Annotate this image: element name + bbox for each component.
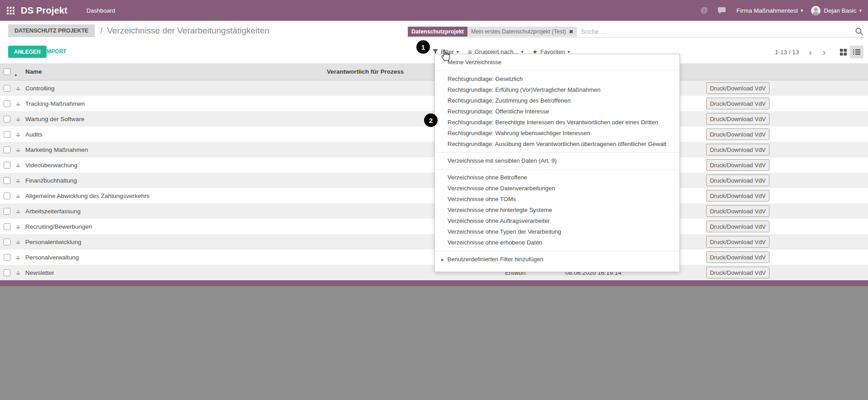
druck-download-button[interactable]: Druck/Download VdV [706, 128, 769, 140]
row-checkbox[interactable] [4, 254, 10, 261]
user-menu[interactable]: Dejan Basic [824, 7, 856, 14]
facet-remove-icon[interactable]: ✖ [569, 27, 573, 37]
drag-handle-icon[interactable] [14, 142, 24, 157]
filter-menu-item[interactable]: Verzeichnisse mit sensiblen Daten (Art. … [435, 155, 679, 166]
filter-menu-item[interactable]: Verzeichnisse ohne erhobene Daten [435, 237, 679, 248]
row-name[interactable]: Recruiting/Bewerbungen [24, 223, 326, 230]
chevron-down-icon[interactable]: ▾ [859, 8, 862, 14]
table-row[interactable]: Allgemeine Abwicklung des Zahlungsverkeh… [0, 188, 868, 203]
search-bar[interactable]: Datenschutzprojekt Mein erstes Datenschu… [408, 26, 864, 38]
mentions-icon[interactable]: @ [701, 6, 708, 14]
import-button[interactable]: IMPORT [45, 48, 66, 55]
row-name[interactable]: Personalverwaltung [24, 254, 326, 261]
drag-handle-icon[interactable] [14, 203, 24, 219]
list-view-icon[interactable] [850, 46, 863, 58]
filter-menu-item[interactable]: Verzeichnisse ohne hinterlegte Systeme [435, 205, 679, 216]
drag-handle-icon[interactable] [14, 173, 24, 188]
nav-dashboard[interactable]: Dashboard [86, 7, 115, 14]
drag-handle-icon[interactable] [14, 219, 24, 234]
filter-menu-item[interactable]: Rechtsgrundlage: Wahrung lebenswichtiger… [435, 128, 679, 139]
filter-menu-item[interactable]: Verzeichnisse ohne TOMs [435, 194, 679, 205]
drag-handle-icon[interactable] [14, 157, 24, 173]
row-name[interactable]: Finanzbuchhaltung [24, 177, 326, 184]
druck-download-button[interactable]: Druck/Download VdV [706, 236, 769, 248]
filter-menu-item[interactable]: Meine Verzeichnisse [435, 57, 679, 68]
row-name[interactable]: Audits [24, 131, 326, 138]
row-checkbox[interactable] [4, 100, 10, 107]
filter-menu-item[interactable]: Rechtsgrundlage: Erfüllung (Vor)Vertragl… [435, 85, 679, 95]
row-name[interactable]: Controlling [24, 85, 326, 92]
drag-handle-icon[interactable] [14, 188, 24, 203]
table-row[interactable]: Personalentwicklung Druck/Download VdV [0, 234, 868, 249]
filter-menu-item[interactable]: Rechtsgrundlage: Zustimmung des Betroffe… [435, 95, 679, 106]
table-row[interactable]: Tracking-Maßnahmen Druck/Download VdV [0, 96, 868, 111]
row-name[interactable]: Personalentwicklung [24, 239, 326, 245]
kanban-view-icon[interactable] [836, 46, 850, 58]
row-name[interactable]: Marketing Maßnahmen [24, 146, 326, 153]
row-checkbox[interactable] [4, 162, 10, 169]
filter-menu-item[interactable]: Rechtsgrundlage: Berechtigte Interessen … [435, 117, 679, 128]
row-name[interactable]: Videoüberwachung [24, 162, 326, 169]
drag-handle-icon[interactable] [14, 127, 24, 142]
druck-download-button[interactable]: Druck/Download VdV [706, 251, 769, 263]
row-checkbox[interactable] [4, 269, 10, 276]
row-name[interactable]: Tracking-Maßnahmen [24, 100, 326, 107]
row-checkbox[interactable] [4, 223, 10, 230]
druck-download-button[interactable]: Druck/Download VdV [706, 205, 769, 217]
druck-download-button[interactable]: Druck/Download VdV [706, 98, 769, 109]
drag-handle-icon[interactable] [14, 111, 24, 127]
select-all-checkbox[interactable] [4, 68, 10, 75]
filter-menu-item[interactable]: Verzeichnisse ohne Betroffene [435, 172, 679, 183]
row-checkbox[interactable] [4, 177, 10, 184]
filter-menu-item[interactable]: Rechtsgrundlage: Öffentliche Interesse [435, 106, 679, 117]
druck-download-button[interactable]: Druck/Download VdV [706, 267, 769, 278]
row-name[interactable]: Newsletter [24, 269, 326, 276]
row-checkbox[interactable] [4, 146, 10, 153]
druck-download-button[interactable]: Druck/Download VdV [706, 144, 769, 155]
druck-download-button[interactable]: Druck/Download VdV [706, 113, 769, 125]
row-name[interactable]: Allgemeine Abwicklung des Zahlungsverkeh… [24, 193, 326, 199]
drag-handle-icon[interactable] [14, 234, 24, 249]
filter-menu-item[interactable]: Rechtsgrundlage: Gesetzlich [435, 74, 679, 85]
druck-download-button[interactable]: Druck/Download VdV [706, 174, 769, 186]
table-row[interactable]: Marketing Maßnahmen Druck/Download VdV [0, 142, 868, 157]
drag-handle-icon[interactable] [14, 249, 24, 265]
chevron-down-icon[interactable]: ▾ [801, 8, 803, 14]
table-row[interactable]: Newsletter Entwurf 08.06.2020 16:19:14 D… [0, 265, 868, 280]
filter-menu-item[interactable]: Verzeichnisse ohne Auftragsverarbeiter [435, 216, 679, 226]
row-checkbox[interactable] [4, 239, 10, 245]
company-switcher[interactable]: Firma Maßnahmentest [736, 7, 798, 14]
table-row[interactable]: Controlling Druck/Download VdV [0, 80, 868, 96]
druck-download-button[interactable]: Druck/Download VdV [706, 159, 769, 171]
search-input[interactable]: Suche ... [581, 28, 855, 35]
table-row[interactable]: Recruiting/Bewerbungen Druck/Download Vd… [0, 219, 868, 234]
filter-menu-item[interactable]: Rechtsgrundlage: Ausübung dem Verantwort… [435, 139, 679, 150]
row-checkbox[interactable] [4, 116, 10, 122]
apps-grid-icon[interactable] [6, 6, 15, 15]
druck-download-button[interactable]: Druck/Download VdV [706, 82, 769, 94]
table-row[interactable]: Personalverwaltung Druck/Download VdV [0, 249, 868, 265]
breadcrumb-root[interactable]: DATENSCHUTZ PROJEKTE [8, 24, 95, 37]
row-name[interactable]: Arbeitszeiterfassung [24, 208, 326, 215]
druck-download-button[interactable]: Druck/Download VdV [706, 190, 769, 202]
row-checkbox[interactable] [4, 85, 10, 92]
table-row[interactable]: Videoüberwachung Druck/Download VdV [0, 157, 868, 173]
row-checkbox[interactable] [4, 208, 10, 215]
drag-handle-icon[interactable] [14, 96, 24, 111]
search-icon[interactable] [855, 27, 863, 36]
table-row[interactable]: Audits Druck/Download VdV [0, 127, 868, 142]
row-checkbox[interactable] [4, 131, 10, 138]
row-name[interactable]: Wartung der Software [24, 116, 326, 122]
drag-handle-icon[interactable] [14, 80, 24, 96]
druck-download-button[interactable]: Druck/Download VdV [706, 221, 769, 232]
filter-menu-item[interactable]: Verzeichnisse ohne Datenverarbeitungen [435, 183, 679, 194]
pager-prev-icon[interactable]: ‹ [809, 48, 811, 56]
column-header-name[interactable]: Name [24, 68, 326, 75]
pager-next-icon[interactable]: › [823, 48, 826, 56]
row-checkbox[interactable] [4, 193, 10, 199]
drag-handle-icon[interactable] [14, 265, 24, 280]
filter-menu-item[interactable]: Verzeichnisse ohne Typen der Verarbeitun… [435, 226, 679, 237]
filter-menu-item-add-custom[interactable]: ▸Benutzerdefinierten Filter hinzufügen [435, 254, 679, 265]
table-row[interactable]: Arbeitszeiterfassung Druck/Download VdV [0, 203, 868, 219]
messages-icon[interactable] [718, 7, 726, 14]
